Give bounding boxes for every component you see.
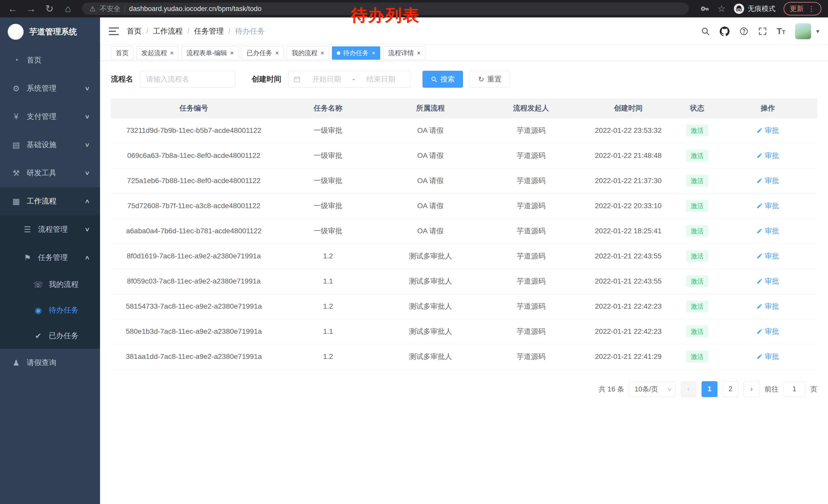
created-cell: 2022-01-22 20:33:10 — [580, 193, 676, 218]
tab-label: 流程表单-编辑 — [187, 49, 227, 57]
approve-link[interactable]: 审批 — [756, 352, 779, 362]
tab-4[interactable]: 我的流程× — [287, 46, 329, 60]
bookmark-star-icon[interactable]: ☆ — [717, 3, 726, 14]
clipboard-icon: ▦ — [11, 197, 22, 206]
chevron-down-icon[interactable]: ▾ — [816, 28, 819, 35]
page-button-2[interactable]: 2 — [722, 381, 739, 397]
help-icon[interactable] — [739, 27, 748, 36]
sidebar-item-todo-tasks[interactable]: ◉待办任务 — [0, 297, 100, 323]
close-icon[interactable]: × — [230, 50, 234, 56]
close-icon[interactable]: × — [320, 50, 324, 56]
col-task-name: 任务名称 — [277, 98, 379, 118]
update-button[interactable]: 更新 ⋮ — [784, 2, 821, 15]
search-icon[interactable] — [701, 27, 710, 36]
created-cell: 2022-01-21 22:42:23 — [580, 319, 676, 344]
col-task-id: 任务编号 — [111, 98, 277, 118]
status-badge: 激活 — [686, 150, 708, 162]
action-cell: 审批 — [718, 118, 817, 143]
sidebar-item-label: 我的流程 — [49, 279, 79, 290]
breadcrumb-item[interactable]: 首页 — [127, 26, 141, 36]
approve-label: 审批 — [764, 176, 779, 186]
sidebar-item-label: 支付管理 — [27, 111, 56, 122]
task-name-cell: 一级审批 — [277, 168, 379, 193]
home-icon[interactable]: ⌂ — [62, 0, 74, 17]
end-date-placeholder: 结束日期 — [357, 74, 405, 84]
edit-icon — [756, 203, 762, 209]
tab-5[interactable]: 待办任务× — [332, 46, 380, 60]
edit-icon — [756, 303, 762, 310]
task-id-cell: 8f059c03-7ac8-11ec-a9e2-a2380e71991a — [111, 269, 277, 294]
task-table-body: 73211d9d-7b9b-11ec-b5b7-acde48001122一级审批… — [111, 118, 817, 369]
approve-link[interactable]: 审批 — [756, 251, 779, 261]
approve-link[interactable]: 审批 — [756, 327, 779, 336]
fullscreen-icon[interactable] — [758, 27, 767, 36]
close-icon[interactable]: × — [417, 50, 420, 56]
sidebar-item-label: 待办任务 — [49, 305, 79, 315]
approve-link[interactable]: 审批 — [756, 151, 779, 161]
status-cell: 激活 — [676, 243, 718, 269]
sidebar-item-workflow[interactable]: ▦工作流程∧ — [0, 187, 100, 215]
breadcrumb-item[interactable]: 工作流程 — [153, 26, 182, 36]
back-icon[interactable]: ← — [7, 0, 18, 17]
process-name-input[interactable] — [140, 71, 235, 88]
breadcrumb-item[interactable]: 任务管理 — [194, 26, 224, 36]
sidebar-item-leave-query[interactable]: ♟请假查询 — [0, 349, 100, 377]
chevron-down-icon: ∨ — [84, 226, 90, 233]
logo-row[interactable]: 芋道管理系统 — [0, 17, 100, 46]
reset-button[interactable]: ↻ 重置 — [470, 71, 510, 88]
search-button[interactable]: 搜索 — [422, 71, 463, 88]
reload-icon[interactable]: ↻ — [44, 0, 55, 17]
initiator-cell: 芋道源码 — [482, 319, 581, 344]
browser-menu-icon[interactable]: ⋮ — [808, 5, 815, 13]
process-cell: OA 请假 — [379, 218, 482, 243]
font-size-icon[interactable]: TT — [777, 26, 785, 36]
sidebar-toggle-icon[interactable] — [109, 27, 119, 36]
tab-3[interactable]: 已办任务× — [242, 46, 284, 60]
close-icon[interactable]: × — [170, 50, 174, 56]
col-created: 创建时间 — [580, 98, 676, 118]
created-cell: 2022-01-21 22:43:55 — [580, 243, 676, 269]
prev-page-button[interactable]: ‹ — [680, 381, 696, 397]
process-cell: 测试多审批人 — [379, 269, 482, 294]
page-size-select[interactable]: 10条/页 ∨ — [629, 381, 675, 397]
sidebar-item-done-tasks[interactable]: ✔已办任务 — [0, 323, 100, 349]
sidebar-item-dev-tools[interactable]: ⚒研发工具∨ — [0, 159, 100, 187]
tab-2[interactable]: 流程表单-编辑× — [181, 46, 239, 60]
approve-link[interactable]: 审批 — [756, 126, 779, 135]
next-page-button[interactable]: › — [744, 381, 759, 397]
approve-link[interactable]: 审批 — [756, 201, 779, 211]
forward-icon[interactable]: → — [25, 0, 37, 17]
gear-icon: ⚙ — [11, 84, 22, 93]
avatar[interactable] — [795, 23, 811, 39]
tab-6[interactable]: 流程详情× — [383, 46, 425, 60]
tab-0[interactable]: 首页 — [111, 46, 133, 60]
sidebar-item-home[interactable]: ◔首页 — [0, 46, 100, 74]
sidebar-item-task-management[interactable]: ⚑任务管理∧ — [0, 243, 100, 272]
sidebar-item-infrastructure[interactable]: ▤基础设施∨ — [0, 131, 100, 159]
tab-1[interactable]: 发起流程× — [136, 46, 178, 60]
key-icon[interactable] — [701, 4, 709, 13]
approve-link[interactable]: 审批 — [756, 302, 779, 311]
sidebar-item-system-management[interactable]: ⚙系统管理∨ — [0, 74, 100, 102]
approve-link[interactable]: 审批 — [756, 176, 779, 186]
initiator-cell: 芋道源码 — [482, 294, 581, 319]
yen-icon: ¥ — [11, 112, 22, 121]
approve-link[interactable]: 审批 — [756, 226, 779, 236]
github-icon[interactable] — [720, 27, 730, 36]
date-range-picker[interactable]: 开始日期 - 结束日期 — [288, 71, 411, 88]
sidebar-item-my-process[interactable]: ☏我的流程 — [0, 272, 100, 297]
sidebar-item-payment-management[interactable]: ¥支付管理∨ — [0, 102, 100, 131]
approve-label: 审批 — [764, 276, 779, 286]
close-icon[interactable]: × — [275, 50, 279, 56]
goto-page-input[interactable] — [784, 381, 805, 397]
sidebar-item-process-management[interactable]: ☰流程管理∨ — [0, 215, 100, 243]
page-button-1[interactable]: 1 — [702, 381, 717, 397]
status-badge: 激活 — [686, 125, 708, 136]
initiator-cell: 芋道源码 — [482, 118, 581, 143]
list-icon: ☰ — [22, 225, 33, 234]
address-bar[interactable]: ⚠ 不安全 dashboard.yudao.iocoder.cn/bpm/tas… — [82, 3, 689, 15]
range-separator: - — [353, 75, 355, 83]
close-icon[interactable]: × — [372, 50, 375, 56]
approve-link[interactable]: 审批 — [756, 276, 779, 286]
approve-label: 审批 — [764, 126, 779, 135]
